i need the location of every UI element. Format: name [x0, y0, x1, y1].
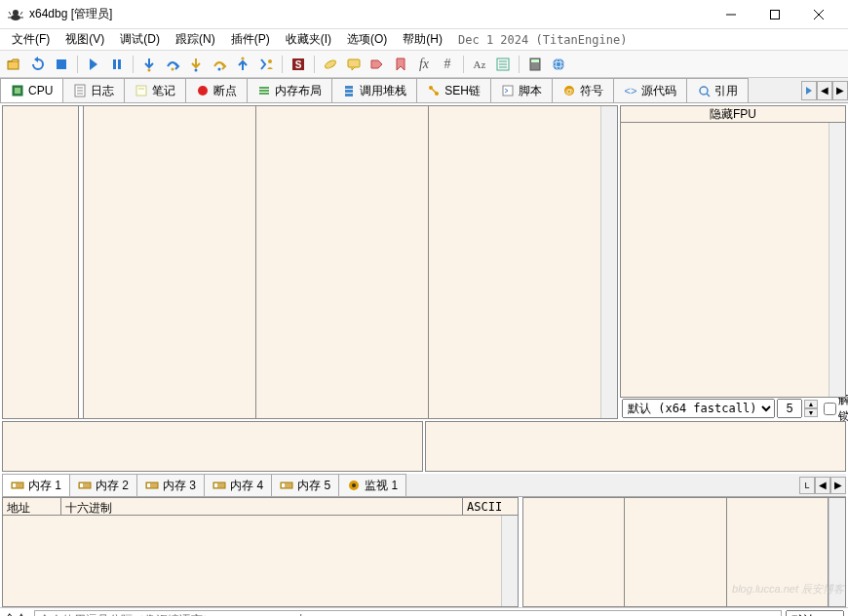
symbols-icon: @ — [562, 84, 576, 97]
patches-icon[interactable] — [320, 54, 341, 75]
disasm-bytes-col — [255, 106, 428, 418]
bookmarks-icon[interactable] — [390, 54, 411, 75]
calls-icon[interactable] — [492, 54, 514, 75]
svg-line-3 — [20, 12, 22, 15]
menu-trace[interactable]: 跟踪(N) — [168, 29, 223, 50]
tab-symbols[interactable]: @ 符号 — [552, 78, 614, 102]
tab-scroll-left[interactable]: ◀ — [817, 81, 832, 100]
tab-callstack[interactable]: 调用堆栈 — [331, 78, 417, 102]
trace-into-icon[interactable] — [185, 54, 207, 75]
callconv-count[interactable] — [777, 399, 802, 418]
trace-over-icon[interactable] — [209, 54, 230, 75]
menu-favorites[interactable]: 收藏夹(I) — [278, 29, 339, 50]
step-into-icon[interactable] — [138, 54, 160, 75]
tab-overflow-icon[interactable] — [801, 81, 817, 100]
step-out-icon[interactable] — [232, 54, 253, 75]
comments-icon[interactable] — [343, 54, 365, 75]
tab-cpu[interactable]: CPU — [0, 78, 63, 102]
disasm-scrollbar[interactable] — [600, 106, 617, 418]
menu-view[interactable]: 视图(V) — [58, 29, 112, 50]
tab-notes[interactable]: 笔记 — [124, 78, 186, 102]
memtab-overflow[interactable]: L — [799, 477, 815, 494]
menu-options[interactable]: 选项(O) — [339, 29, 395, 50]
menu-help[interactable]: 帮助(H) — [395, 29, 450, 50]
maximize-button[interactable] — [752, 1, 796, 28]
tab-notes-label: 笔记 — [152, 83, 175, 99]
svg-text:S: S — [295, 59, 302, 70]
menubar: 文件(F) 视图(V) 调试(D) 跟踪(N) 插件(P) 收藏夹(I) 选项(… — [0, 29, 848, 51]
registers-scrollbar[interactable] — [829, 123, 845, 397]
dump-col-hex[interactable]: 十六进制 — [61, 498, 463, 515]
tab-source[interactable]: <> 源代码 — [613, 78, 687, 102]
args-pane[interactable] — [425, 421, 846, 472]
menu-plugins[interactable]: 插件(P) — [223, 29, 278, 50]
notes-icon — [135, 84, 148, 97]
scylla-icon[interactable]: S — [288, 54, 309, 75]
source-icon: <> — [624, 84, 637, 97]
tab-scroll-right[interactable]: ▶ — [832, 81, 848, 100]
strings-icon[interactable]: Az — [469, 54, 490, 75]
dump-body[interactable] — [3, 516, 518, 606]
step-over-icon[interactable] — [162, 54, 183, 75]
tab-seh[interactable]: SEH链 — [416, 78, 491, 102]
memtab-left[interactable]: ◀ — [815, 477, 830, 494]
callconv-select[interactable]: 默认 (x64 fastcall) — [622, 399, 775, 418]
pause-icon[interactable] — [106, 54, 128, 75]
svg-rect-45 — [345, 86, 353, 89]
run-icon[interactable] — [83, 54, 104, 75]
tab-mem4[interactable]: 内存 4 — [204, 474, 272, 496]
menu-debug[interactable]: 调试(D) — [112, 29, 168, 50]
svg-rect-10 — [8, 61, 19, 69]
variables-icon[interactable]: # — [437, 54, 458, 75]
command-input[interactable] — [34, 610, 782, 617]
dump-col-addr[interactable]: 地址 — [3, 498, 61, 515]
tab-breakpoints[interactable]: 断点 — [185, 78, 248, 102]
dump-icon — [280, 479, 293, 492]
tab-mem3[interactable]: 内存 3 — [136, 474, 205, 496]
unlock-checkbox[interactable] — [824, 403, 836, 415]
svg-rect-66 — [282, 483, 285, 487]
tab-log[interactable]: 日志 — [62, 78, 125, 102]
calculator-icon[interactable] — [524, 54, 546, 75]
labels-icon[interactable] — [366, 54, 388, 75]
dump-icon — [78, 479, 92, 492]
online-icon[interactable] — [548, 54, 569, 75]
svg-point-14 — [148, 68, 151, 71]
minimize-button[interactable] — [709, 1, 752, 28]
svg-rect-29 — [531, 59, 539, 62]
dump-scrollbar[interactable] — [501, 516, 518, 606]
stop-icon[interactable] — [51, 54, 72, 75]
spin-up-icon[interactable]: ▲ — [804, 400, 818, 408]
dump-icon — [212, 479, 226, 492]
tab-mem1[interactable]: 内存 1 — [2, 474, 70, 496]
memtab-right[interactable]: ▶ — [830, 477, 846, 494]
tab-script[interactable]: 脚本 — [490, 78, 553, 102]
stack-pane[interactable] — [522, 497, 846, 607]
command-label: 命令: — [4, 611, 30, 616]
spin-down-icon[interactable]: ▼ — [804, 408, 818, 417]
tab-watch1[interactable]: 监视 1 — [338, 474, 406, 496]
registers-header[interactable]: 隐藏FPU — [620, 105, 846, 123]
dump-col-ascii[interactable]: ASCII — [463, 498, 518, 515]
info-pane[interactable] — [2, 421, 423, 472]
menu-file[interactable]: 文件(F) — [4, 29, 58, 50]
registers-pane[interactable] — [620, 123, 846, 398]
svg-rect-34 — [15, 88, 20, 94]
command-mode-select[interactable]: 默认 — [786, 610, 844, 617]
restart-icon[interactable] — [27, 54, 49, 75]
functions-icon[interactable]: fx — [413, 54, 435, 75]
disassembly-pane[interactable] — [2, 105, 618, 419]
dump-header: 地址 十六进制 ASCII — [3, 498, 518, 516]
stack-scrollbar[interactable] — [829, 498, 845, 606]
dump-pane[interactable]: 地址 十六进制 ASCII — [2, 497, 519, 607]
run-to-user-icon[interactable] — [255, 54, 277, 75]
tab-memmap[interactable]: 内存布局 — [247, 78, 332, 102]
open-icon[interactable] — [4, 54, 25, 75]
svg-point-30 — [553, 58, 564, 70]
close-button[interactable] — [796, 1, 840, 28]
tab-mem5[interactable]: 内存 5 — [271, 474, 339, 496]
tab-memmap-label: 内存布局 — [275, 83, 322, 99]
dump-icon — [11, 479, 24, 492]
tab-references[interactable]: 引用 — [686, 78, 749, 102]
tab-mem2[interactable]: 内存 2 — [69, 474, 137, 496]
